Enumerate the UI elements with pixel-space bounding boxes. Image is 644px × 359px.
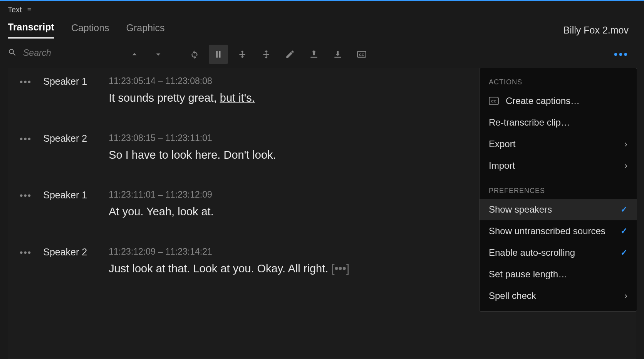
menu-item-label: Set pause length… bbox=[489, 269, 627, 280]
ellipsis-icon[interactable]: [•••] bbox=[331, 261, 349, 277]
menu-show-speakers[interactable]: Show speakers ✓ bbox=[480, 199, 637, 220]
menu-retranscribe[interactable]: Re-transcribe clip… bbox=[480, 112, 637, 133]
menu-section-actions: ACTIONS bbox=[480, 73, 637, 90]
segment-menu-icon[interactable]: ••• bbox=[20, 248, 32, 277]
split-button[interactable] bbox=[257, 45, 276, 64]
content-area: ••• Speaker 1 11:23:05:14 – 11:23:08:08 … bbox=[0, 68, 644, 359]
menu-spell-check[interactable]: Spell check › bbox=[480, 285, 637, 307]
svg-text:CC: CC bbox=[491, 99, 496, 103]
svg-rect-1 bbox=[219, 51, 220, 57]
cc-icon: CC bbox=[489, 97, 500, 105]
prev-result-button[interactable] bbox=[125, 45, 144, 64]
file-name: Billy Fox 2.mov bbox=[564, 25, 636, 36]
segment-menu-icon[interactable]: ••• bbox=[20, 191, 32, 220]
chevron-right-icon: › bbox=[624, 139, 627, 149]
menu-item-label: Enable auto-scrolling bbox=[489, 247, 615, 258]
tab-graphics[interactable]: Graphics bbox=[126, 22, 165, 38]
panel-menu-icon[interactable]: ≡ bbox=[27, 6, 32, 14]
export-button[interactable] bbox=[304, 45, 324, 64]
menu-item-label: Show untranscribed sources bbox=[489, 226, 615, 237]
merge-button[interactable] bbox=[233, 45, 252, 64]
menu-item-label: Import bbox=[489, 160, 619, 171]
more-options-button[interactable]: ••• bbox=[614, 48, 629, 60]
panel-header: Text ≡ bbox=[0, 1, 644, 19]
refresh-button[interactable] bbox=[185, 45, 204, 64]
import-button[interactable] bbox=[328, 45, 347, 64]
svg-rect-0 bbox=[216, 51, 218, 57]
edit-button[interactable] bbox=[280, 45, 300, 64]
check-icon: ✓ bbox=[621, 226, 627, 236]
menu-item-label: Export bbox=[489, 139, 619, 149]
segment-speaker[interactable]: Speaker 1 bbox=[43, 190, 97, 220]
menu-item-label: Create captions… bbox=[506, 96, 627, 106]
check-icon: ✓ bbox=[621, 248, 627, 258]
menu-export[interactable]: Export › bbox=[480, 133, 637, 155]
segment-speaker[interactable]: Speaker 1 bbox=[43, 76, 97, 106]
cc-button[interactable]: CC bbox=[352, 45, 371, 64]
menu-item-label: Re-transcribe clip… bbox=[489, 117, 627, 128]
next-result-button[interactable] bbox=[149, 45, 168, 64]
search-input[interactable] bbox=[23, 48, 92, 58]
tabs-row: Transcript Captions Graphics Billy Fox 2… bbox=[0, 19, 644, 41]
menu-create-captions[interactable]: CC Create captions… bbox=[480, 90, 637, 112]
segment-menu-icon[interactable]: ••• bbox=[20, 77, 32, 106]
menu-show-untranscribed[interactable]: Show untranscribed sources ✓ bbox=[480, 220, 637, 242]
segment-speaker[interactable]: Speaker 2 bbox=[43, 247, 97, 277]
tab-transcript[interactable]: Transcript bbox=[8, 22, 54, 39]
panel-title: Text bbox=[8, 5, 22, 14]
search-icon[interactable] bbox=[8, 48, 17, 59]
menu-item-label: Show speakers bbox=[489, 204, 615, 215]
menu-auto-scrolling[interactable]: Enable auto-scrolling ✓ bbox=[480, 242, 637, 263]
check-icon: ✓ bbox=[621, 205, 627, 215]
menu-section-preferences: PREFERENCES bbox=[480, 181, 637, 199]
menu-import[interactable]: Import › bbox=[480, 155, 637, 176]
segment-speaker[interactable]: Speaker 2 bbox=[43, 133, 97, 163]
tab-captions[interactable]: Captions bbox=[71, 22, 109, 38]
svg-text:CC: CC bbox=[359, 52, 364, 57]
chevron-right-icon: › bbox=[624, 160, 627, 171]
more-options-menu: ACTIONS CC Create captions… Re-transcrib… bbox=[479, 68, 637, 312]
chevron-right-icon: › bbox=[624, 290, 627, 301]
toolbar: CC ••• bbox=[0, 41, 644, 68]
menu-pause-length[interactable]: Set pause length… bbox=[480, 263, 637, 285]
segment-menu-icon[interactable]: ••• bbox=[20, 134, 32, 163]
show-pauses-button[interactable] bbox=[209, 45, 228, 64]
menu-item-label: Spell check bbox=[489, 290, 619, 301]
menu-divider bbox=[489, 179, 627, 179]
search-wrap bbox=[8, 48, 108, 61]
